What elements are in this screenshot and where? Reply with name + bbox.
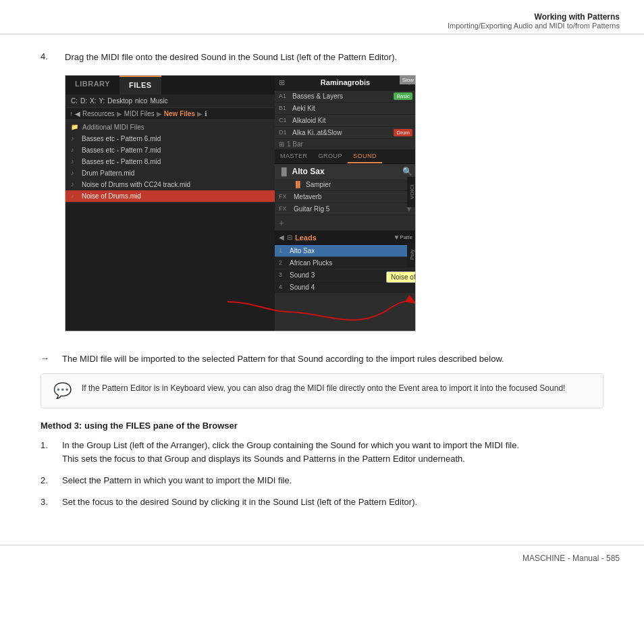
fx-label: FX [279,193,291,200]
eq-icon: ▐▌ [279,167,290,176]
bar-label: 1 Bar [287,140,303,148]
list-item[interactable]: ♪ Drum Pattern.mid [65,167,275,179]
step-3: 3. Set the focus to the desired Sound by… [41,495,603,509]
breadcrumb-new-files[interactable]: New Files [164,110,195,117]
sound-name: Alto Sax [290,247,406,254]
drive-y[interactable]: Y: [99,97,105,105]
step-4-number: 4. [41,51,57,64]
fx-label: FX [279,205,291,212]
group-badge: Basic [394,92,412,100]
step-2-text: Select the Pattern in which you want to … [62,474,292,487]
group-letter: B1 [279,105,290,111]
group-name: Aeki Kit [292,105,412,112]
list-item[interactable]: ♪ Basses etc - Pattern 7.mid [65,144,275,156]
pattern-badge: Patte [400,234,412,240]
sound-num: 4 [279,284,287,290]
library-panel: LIBRARY FILES C: D: X: Y: Desktop nico M… [65,76,275,331]
midi-icon: ♪ [71,192,78,199]
main-content: 4. Drag the MIDI file onto the desired S… [0,37,644,531]
info-arrow-icon: → [41,352,54,366]
breadcrumb-up-icon[interactable]: ↑ [70,110,73,117]
sound-num: 2 [279,259,287,266]
breadcrumb-back-icon[interactable]: ◀ [75,110,80,117]
midi-icon: ♪ [71,181,78,188]
file-name: Drum Pattern.mid [82,169,134,177]
chapter-subtitle: Importing/Exporting Audio and MIDI to/fr… [24,22,620,30]
midi-icon: ♪ [71,169,78,176]
list-item[interactable]: 📁 Additional MIDI Files [65,122,275,133]
tab-group[interactable]: GROUP [313,150,348,163]
file-list: 📁 Additional MIDI Files ♪ Basses etc - P… [65,120,275,203]
tab-bar: LIBRARY FILES [65,76,275,95]
sound-name-bar: ▐▌ Alto Sax 🔍 [275,164,416,179]
file-name: Basses etc - Pattern 7.mid [82,146,161,154]
group-item[interactable]: D1 Alka Ki..at&Slow Drum [275,127,416,139]
tab-files[interactable]: FILES [119,76,161,95]
step-4-text: Drag the MIDI file onto the desired Soun… [65,51,397,64]
group-letter: D1 [279,129,290,136]
group-item[interactable]: C1 Alkaloid Kit [275,115,416,127]
pattern-name: Raminagrobis [321,78,370,86]
plugin-name: Sampier [306,181,403,188]
leads-grid-icon: ⊟ [287,234,292,241]
drive-desktop[interactable]: Desktop [107,97,132,105]
file-name: Basses etc - Pattern 8.mid [82,158,161,165]
list-item[interactable]: ♪ Noise of Drums with CC24 track.mid [65,179,275,190]
bar-indicator: ⊞ 1 Bar [275,139,416,150]
breadcrumb-midi-files[interactable]: MIDI Files [124,110,155,117]
grid-icon: ⊞ [279,78,285,87]
sound-row[interactable]: 2 African Plucks [275,257,416,269]
add-plugin-row[interactable]: + [275,215,416,231]
leads-expand-icon: ◀ [279,234,284,241]
leads-header: ◀ ⊟ Leads ▼ Patte [275,231,416,245]
step-3-num: 3. [41,495,54,509]
leads-chevron-icon[interactable]: ▼ [393,234,400,241]
group-letter: C1 [279,117,290,124]
plugin-icon: ▐▌ [294,181,303,188]
list-item[interactable]: ♪ Basses etc - Pattern 8.mid [65,156,275,167]
sound-row[interactable]: 4 Sound 4 [275,281,416,294]
drive-x[interactable]: X: [90,97,96,105]
group-badge: Drum [394,129,412,136]
file-name: Noise of Drums.mid [82,192,141,200]
group-letter: A1 [279,92,290,99]
step-3-text: Set the focus to the desired Sound by cl… [62,495,417,509]
breadcrumb-resources[interactable]: Resources [82,110,115,117]
method-label: Method 3: using the FILES pane of the Br… [41,421,238,431]
info-text: The MIDI file will be imported to the se… [62,352,504,366]
drive-c[interactable]: C: [71,97,78,105]
plugin-name: Metaverb [294,193,403,200]
drive-d[interactable]: D: [80,97,87,105]
tab-library[interactable]: LIBRARY [65,76,119,95]
group-item[interactable]: A1 Basses & Layers Basic [275,90,416,103]
midi-icon: ♪ [71,158,78,165]
leads-section: ◀ ⊟ Leads ▼ Patte 1 Alto Sax + 2 African… [275,231,416,294]
file-name: Additional MIDI Files [82,124,144,131]
plugin-name: Guitar Rig 5 [294,205,403,213]
list-item[interactable]: ♪ Basses etc - Pattern 6.mid [65,133,275,144]
sound-row-selected[interactable]: 1 Alto Sax + [275,245,416,257]
step-1: 1. In the Group List (left of the Arrang… [41,439,603,466]
breadcrumb-info-icon[interactable]: ℹ [205,110,207,117]
step-4-row: 4. Drag the MIDI file onto the desired S… [41,51,603,64]
drive-music[interactable]: Music [150,97,167,105]
group-name: Alka Ki..at&Slow [292,129,391,136]
tab-sound[interactable]: SOUND [348,150,382,163]
callout-icon: 💬 [52,382,72,400]
method-3-steps: 1. In the Group List (left of the Arrang… [41,439,603,510]
group-item[interactable]: B1 Aeki Kit [275,103,416,115]
search-icon[interactable]: 🔍 [402,167,412,176]
file-name: Basses etc - Pattern 6.mid [82,135,161,142]
drive-nico[interactable]: nico [135,97,147,105]
info-row: → The MIDI file will be imported to the … [41,352,603,366]
page-footer: MASCHINE - Manual - 585 [0,545,644,571]
breadcrumb: ↑ ◀ Resources ▶ MIDI Files ▶ New Files ▶… [65,108,275,120]
list-item-selected[interactable]: ♪ Noise of Drums.mid [65,190,275,202]
sound-name: African Plucks [290,259,412,267]
mgs-tabs: MASTER GROUP SOUND [275,150,416,164]
file-name: Noise of Drums with CC24 track.mid [82,181,190,188]
plugin-row: FX Guitar Rig 5 ▼ [275,203,416,215]
drive-bar: C: D: X: Y: Desktop nico Music [65,95,275,108]
poly-label: Poly [407,243,416,267]
tab-master[interactable]: MASTER [275,150,313,163]
